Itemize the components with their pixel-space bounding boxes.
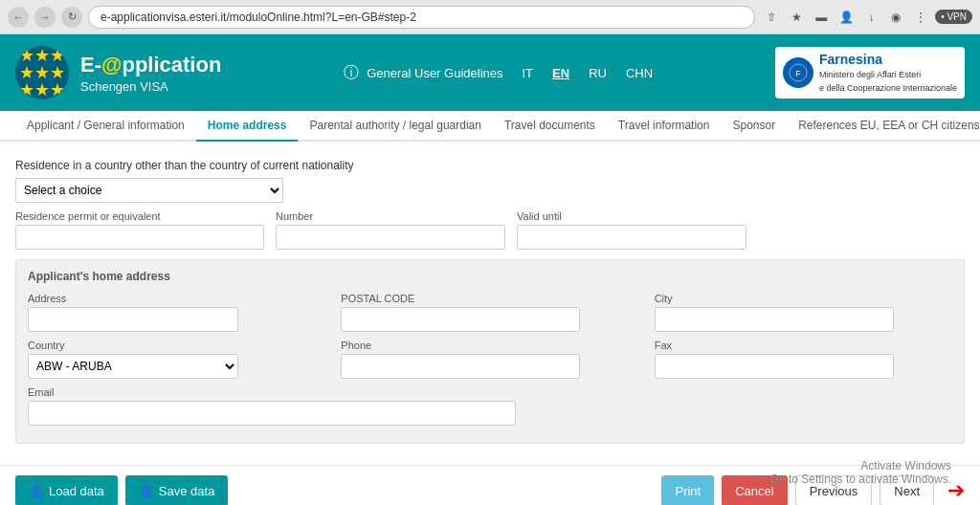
profile-icon[interactable]: 👤 (835, 7, 857, 28)
address-row: Address POSTAL CODE City (28, 293, 952, 332)
email-input[interactable] (28, 401, 516, 426)
tab-parental-authority[interactable]: Parental authority / legal guardian (298, 111, 492, 142)
postal-code-label: POSTAL CODE (341, 293, 638, 304)
browser-bar: ← → ↻ ⇧ ★ ▬ 👤 ↓ ◉ ⋮ • VPN (0, 0, 980, 34)
fax-label: Fax (655, 340, 952, 351)
country-select[interactable]: ABW - ARUBA (28, 354, 238, 379)
info-icon: ⓘ (344, 63, 359, 83)
city-group: City (655, 293, 952, 332)
address-bar[interactable] (88, 6, 755, 29)
refresh-button[interactable]: ↻ (61, 7, 82, 28)
app-subtitle: Schengen VISA (80, 79, 221, 94)
postal-code-input[interactable] (341, 307, 580, 332)
title-at: @ (101, 53, 122, 77)
fax-input[interactable] (655, 354, 894, 379)
title-e: E- (80, 53, 101, 77)
country-label: Country (28, 340, 325, 351)
tab-travel-documents[interactable]: Travel documents (493, 111, 607, 142)
app-header: ★★★★★★★★★ E-@pplication Schengen VISA ⓘ … (0, 34, 980, 111)
residence-permit-input[interactable] (15, 225, 264, 250)
number-group: Number (276, 210, 505, 250)
extension-icon[interactable]: ▬ (811, 7, 832, 28)
footer-bar: 👤 Load data 👤 Save data Print Cancel Pre… (0, 465, 980, 505)
lang-ru[interactable]: RU (589, 66, 607, 80)
settings-icon[interactable]: ⋮ (910, 7, 931, 28)
guidelines-label[interactable]: General User Guidelines (367, 66, 502, 80)
residence-select-row: Select a choice (15, 178, 965, 203)
valid-until-input[interactable] (517, 225, 746, 250)
residence-permit-label: Residence permit or equivalent (15, 210, 264, 222)
load-data-button[interactable]: 👤 Load data (15, 475, 118, 505)
save-icon: 👤 (139, 484, 154, 498)
logo-stars: ★★★★★★★★★ (19, 47, 65, 99)
country-group: Country ABW - ARUBA (28, 340, 325, 379)
footer-left: 👤 Load data 👤 Save data (15, 475, 228, 505)
print-button[interactable]: Print (661, 475, 714, 505)
residence-permit-group: Residence permit or equivalent (15, 210, 264, 250)
residence-permit-row: Residence permit or equivalent Number Va… (15, 210, 965, 250)
vpn-badge: • VPN (935, 10, 972, 24)
tab-home-address[interactable]: Home address (196, 111, 299, 142)
home-address-section: Applicant's home address Address POSTAL … (15, 259, 965, 444)
fax-group: Fax (655, 340, 952, 379)
address-label: Address (28, 293, 325, 304)
email-group: Email (28, 386, 952, 426)
number-label: Number (276, 210, 505, 222)
phone-label: Phone (341, 340, 638, 351)
title-pplication: pplication (122, 53, 221, 77)
header-right: F Farnesina Ministero degli Affari Ester… (775, 47, 965, 99)
email-label: Email (28, 386, 952, 398)
phone-input[interactable] (341, 354, 580, 379)
farnesina-logo: F Farnesina Ministero degli Affari Ester… (775, 47, 965, 99)
previous-button[interactable]: Previous (795, 475, 873, 505)
tab-sponsor[interactable]: Sponsor (721, 111, 787, 142)
nav-tabs: Applicant / General information Home add… (0, 111, 980, 142)
header-left: ★★★★★★★★★ E-@pplication Schengen VISA (15, 46, 221, 99)
farnesina-icon: F (783, 57, 813, 88)
lang-en[interactable]: EN (552, 66, 569, 80)
address-input[interactable] (28, 307, 238, 332)
back-button[interactable]: ← (8, 7, 29, 28)
next-button[interactable]: Next (880, 475, 934, 505)
postal-code-group: POSTAL CODE (341, 293, 638, 332)
country-row: Country ABW - ARUBA Phone Fax (28, 340, 952, 379)
valid-until-label: Valid until (517, 210, 746, 222)
lang-it[interactable]: IT (523, 66, 534, 80)
residence-section-label: Residence in a country other than the co… (15, 159, 965, 172)
header-center: ⓘ General User Guidelines IT EN RU CHN (344, 63, 653, 83)
tab-travel-info[interactable]: Travel information (607, 111, 722, 142)
city-input[interactable] (655, 307, 894, 332)
star-icon[interactable]: ★ (786, 7, 807, 28)
tab-general-info[interactable]: Applicant / General information (15, 111, 196, 142)
valid-until-group: Valid until (517, 210, 746, 250)
extensions-icon[interactable]: ◉ (885, 7, 906, 28)
svg-text:F: F (795, 69, 801, 78)
lang-chn[interactable]: CHN (626, 66, 653, 80)
main-content: Residence in a country other than the co… (0, 142, 980, 465)
number-input[interactable] (276, 225, 505, 250)
email-row: Email (28, 386, 952, 426)
download-icon[interactable]: ↓ (860, 7, 881, 28)
header-title-block: E-@pplication Schengen VISA (80, 53, 221, 94)
logo-circle: ★★★★★★★★★ (15, 46, 69, 99)
red-arrow: ➔ (947, 478, 965, 503)
city-label: City (655, 293, 952, 304)
share-icon[interactable]: ⇧ (761, 7, 782, 28)
footer-right: Print Cancel Previous Next ➔ (661, 475, 965, 505)
cancel-button[interactable]: Cancel (722, 475, 787, 505)
tab-references[interactable]: References EU, EEA or CH citizens (787, 111, 980, 142)
save-data-button[interactable]: 👤 Save data (125, 475, 229, 505)
address-group: Address (28, 293, 325, 332)
phone-group: Phone (341, 340, 638, 379)
farnesina-text: Farnesina Ministero degli Affari Esteri … (819, 51, 957, 95)
browser-icons: ⇧ ★ ▬ 👤 ↓ ◉ ⋮ • VPN (761, 7, 972, 28)
home-address-title: Applicant's home address (28, 270, 952, 283)
residence-select[interactable]: Select a choice (15, 178, 283, 203)
app-title: E-@pplication (80, 53, 221, 77)
load-icon: 👤 (29, 484, 44, 498)
forward-button[interactable]: → (34, 7, 56, 28)
